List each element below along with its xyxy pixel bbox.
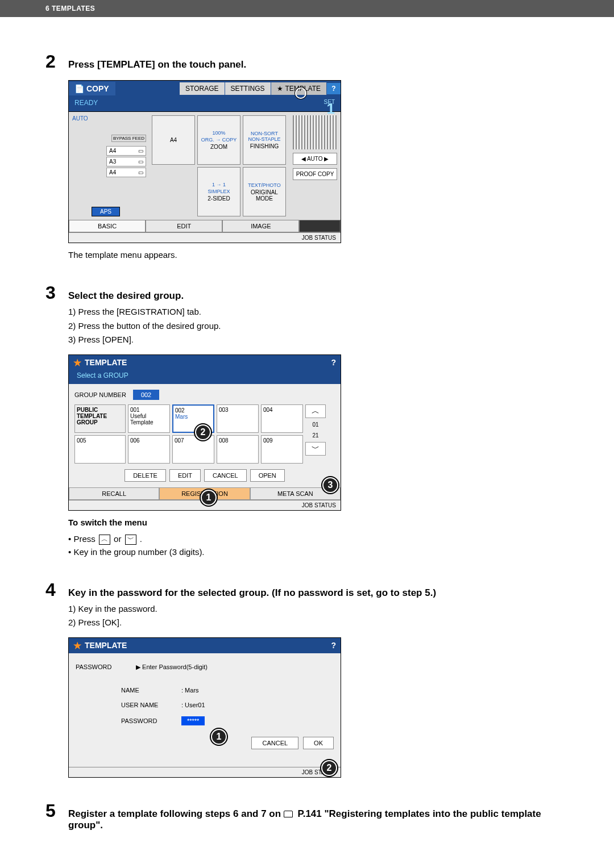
job-status[interactable]: JOB STATUS bbox=[69, 767, 341, 777]
tab-copy[interactable]: 📄COPY bbox=[69, 82, 115, 95]
step-3-title: Select the desired group. bbox=[68, 290, 184, 302]
page-content: 2 Press [TEMPLATE] on the touch panel. 📄… bbox=[0, 17, 614, 868]
switch-bullet-2: Key in the group number (3 digits). bbox=[68, 547, 569, 557]
original-mode[interactable]: TEXT/PHOTOORIGINAL MODE bbox=[243, 167, 286, 216]
page-top: 01 bbox=[305, 420, 326, 429]
star-icon: ★ bbox=[73, 357, 81, 368]
tray-a4[interactable]: A4▭ bbox=[106, 146, 146, 156]
switch-menu-bullets: Press ︿ or ﹀ . Key in the group number (… bbox=[68, 534, 569, 557]
step-2: 2 Press [TEMPLATE] on the touch panel. 📄… bbox=[45, 51, 569, 260]
btab-basic[interactable]: BASIC bbox=[69, 220, 146, 232]
paper-tray-panel: AUTO BYPASS FEED A4▭ A3▭ A4▭ APS bbox=[69, 112, 148, 220]
substep-3-1: 1) Press the [REGISTRATION] tab. bbox=[68, 306, 569, 319]
annotation-1: 1 bbox=[211, 729, 227, 745]
help-button[interactable]: ? bbox=[331, 358, 336, 367]
group-008[interactable]: 008 bbox=[217, 435, 259, 464]
cancel-button[interactable]: CANCEL bbox=[204, 469, 247, 482]
density-scale[interactable] bbox=[293, 115, 337, 149]
annotation-3: 3 bbox=[322, 477, 338, 493]
tpl-subtitle: Select a GROUP bbox=[69, 370, 341, 384]
step-5-title: Register a template following steps 6 an… bbox=[68, 808, 569, 831]
group-003[interactable]: 003 bbox=[217, 404, 259, 433]
name-label: NAME bbox=[121, 687, 172, 694]
substep-4-2: 2) Press [OK]. bbox=[68, 616, 569, 629]
group-number-value: 002 bbox=[133, 390, 159, 400]
ok-button[interactable]: OK bbox=[303, 737, 334, 749]
proof-copy-button[interactable]: PROOF COPY bbox=[293, 168, 337, 180]
group-007[interactable]: 007 bbox=[172, 435, 214, 464]
screenshot-copy-panel: 📄COPY STORAGE SETTINGS ★TEMPLATE ? READY… bbox=[68, 80, 341, 243]
bypass-feed[interactable]: BYPASS FEED bbox=[111, 135, 146, 142]
help-button[interactable]: ? bbox=[331, 641, 336, 650]
step-4: 4 Key in the password for the selected g… bbox=[45, 579, 569, 778]
tab-settings[interactable]: SETTINGS bbox=[225, 82, 271, 95]
substep-3-2: 2) Press the button of the desired group… bbox=[68, 320, 569, 333]
pw-field-label: PASSWORD bbox=[121, 717, 172, 724]
page-header: 6 TEMPLATES bbox=[0, 0, 614, 17]
annotation-2: 2 bbox=[195, 424, 211, 440]
name-value: : Mars bbox=[181, 687, 199, 694]
step-4-title: Key in the password for the selected gro… bbox=[68, 587, 436, 599]
step-4-substeps: 1) Key in the password. 2) Press [OK]. bbox=[68, 603, 569, 629]
switch-menu-title: To switch the menu bbox=[68, 518, 569, 527]
step-3-substeps: 1) Press the [REGISTRATION] tab. 2) Pres… bbox=[68, 306, 569, 347]
substep-4-1: 1) Key in the password. bbox=[68, 603, 569, 616]
finishing[interactable]: NON-SORT NON-STAPLEFINISHING bbox=[243, 115, 286, 165]
tab-storage[interactable]: STORAGE bbox=[180, 82, 225, 95]
job-status[interactable]: JOB STATUS bbox=[69, 232, 341, 243]
switch-bullet-1: Press ︿ or ﹀ . bbox=[68, 534, 569, 545]
group-006[interactable]: 006 bbox=[128, 435, 170, 464]
bottom-tabs: BASIC EDIT IMAGE bbox=[69, 220, 341, 232]
two-sided[interactable]: 1 → 1SIMPLEX2-SIDED bbox=[197, 167, 240, 216]
step-3-num: 3 bbox=[45, 282, 61, 303]
cancel-button[interactable]: CANCEL bbox=[251, 737, 298, 749]
a4-out[interactable]: A4 bbox=[152, 115, 195, 165]
pointer-icon bbox=[295, 87, 308, 100]
help-button[interactable]: ? bbox=[327, 83, 341, 94]
tray-a3[interactable]: A3▭ bbox=[106, 157, 146, 166]
scroll-up-button[interactable]: ︿ bbox=[305, 404, 326, 418]
up-key-icon: ︿ bbox=[99, 535, 110, 545]
group-001[interactable]: 001Useful Template bbox=[128, 404, 170, 433]
zoom-ratio[interactable]: 100%ORG. → COPYZOOM bbox=[197, 115, 240, 165]
screenshot-template-groups: ★ TEMPLATE ? Select a GROUP GROUP NUMBER… bbox=[68, 354, 341, 511]
counter: 1 bbox=[327, 100, 335, 118]
annotation-1: 1 bbox=[201, 490, 217, 506]
open-button[interactable]: OPEN bbox=[250, 469, 285, 482]
tpl-title: TEMPLATE bbox=[85, 641, 127, 650]
group-004[interactable]: 004 bbox=[261, 404, 303, 433]
delete-button[interactable]: DELETE bbox=[125, 469, 166, 482]
btab-image[interactable]: IMAGE bbox=[222, 220, 299, 232]
username-label: USER NAME bbox=[121, 702, 172, 708]
annotation-2: 2 bbox=[321, 760, 337, 776]
pw-field-value[interactable]: ***** bbox=[181, 716, 205, 725]
group-009[interactable]: 009 bbox=[261, 435, 303, 464]
step-3: 3 Select the desired group. 1) Press the… bbox=[45, 282, 569, 557]
book-icon bbox=[284, 811, 293, 817]
edit-button[interactable]: EDIT bbox=[169, 469, 201, 482]
step-5: 5 Register a template following steps 6 … bbox=[45, 800, 569, 831]
tpl-title: TEMPLATE bbox=[85, 358, 127, 367]
aps-button[interactable]: APS bbox=[92, 207, 120, 216]
header-tag: 6 TEMPLATES bbox=[45, 5, 95, 12]
screenshot-password: ★ TEMPLATE ? PASSWORD ▶ Enter Password(5… bbox=[68, 637, 341, 778]
btab-edit[interactable]: EDIT bbox=[146, 220, 222, 232]
group-005[interactable]: 005 bbox=[74, 435, 126, 464]
password-heading: PASSWORD bbox=[76, 663, 127, 670]
tray-a4-2[interactable]: A4▭ bbox=[106, 168, 146, 177]
auto-density-button[interactable]: ◀ AUTO ▶ bbox=[293, 153, 337, 165]
group-number-label: GROUP NUMBER bbox=[74, 391, 126, 398]
substep-3-3: 3) Press [OPEN]. bbox=[68, 333, 569, 347]
scroll-down-button[interactable]: ﹀ bbox=[305, 442, 326, 456]
step-2-caption: The template menu appears. bbox=[68, 250, 569, 260]
step-2-num: 2 bbox=[45, 51, 61, 72]
password-hint: ▶ Enter Password(5-digit) bbox=[136, 663, 208, 671]
username-value: : User01 bbox=[181, 702, 205, 708]
page-of: 21 bbox=[305, 431, 326, 440]
step-2-title: Press [TEMPLATE] on the touch panel. bbox=[68, 59, 246, 70]
star-icon: ★ bbox=[73, 640, 81, 651]
step-4-num: 4 bbox=[45, 579, 61, 600]
public-template-group[interactable]: PUBLIC TEMPLATE GROUP bbox=[74, 404, 126, 433]
tab-recall[interactable]: RECALL bbox=[69, 487, 159, 500]
auto-label: AUTO bbox=[72, 115, 145, 122]
